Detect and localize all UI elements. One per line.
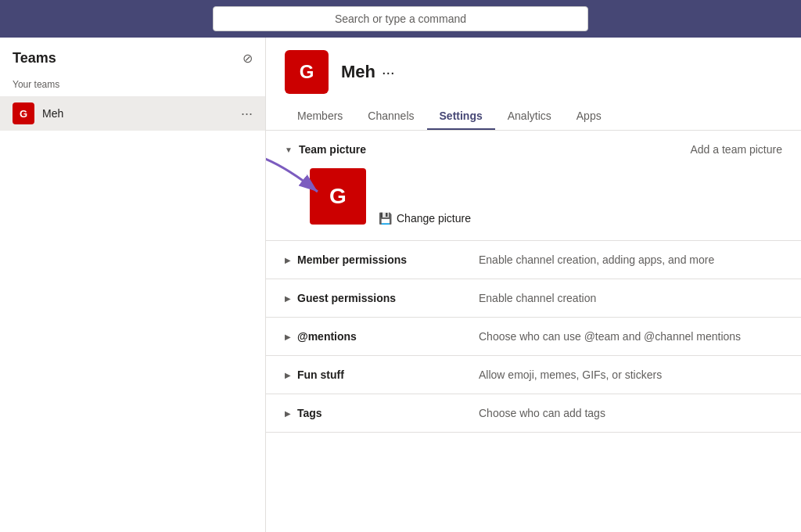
tags-desc: Choose who can add tags: [479, 407, 605, 419]
team-avatar-small: G: [13, 102, 34, 124]
tabs-bar: Members Channels Settings Analytics Apps: [285, 103, 782, 130]
fun-stuff-desc: Allow emoji, memes, GIFs, or stickers: [479, 368, 662, 381]
tab-settings[interactable]: Settings: [427, 103, 495, 130]
mentions-section[interactable]: ▶ @mentions Choose who can use @team and…: [266, 318, 801, 356]
guest-permissions-header[interactable]: ▶ Guest permissions Enable channel creat…: [285, 292, 782, 304]
team-more-icon[interactable]: ···: [241, 106, 253, 122]
chevron-right-icon-tags: ▶: [285, 409, 291, 418]
chevron-right-icon-fun: ▶: [285, 371, 291, 379]
chevron-right-icon-mentions: ▶: [285, 332, 291, 341]
team-name-label: Meh: [42, 107, 241, 120]
chevron-right-icon-member: ▶: [285, 256, 291, 264]
settings-content: ▼ Team picture Add a team picture G: [266, 131, 801, 532]
search-placeholder: Search or type a command: [335, 13, 466, 25]
mentions-desc: Choose who can use @team and @channel me…: [479, 330, 741, 343]
tab-channels[interactable]: Channels: [355, 103, 426, 130]
add-team-picture-label: Add a team picture: [690, 143, 782, 156]
team-header-more-icon[interactable]: ···: [382, 63, 395, 81]
top-bar: ✎ Search or type a command: [0, 0, 801, 38]
main-layout: Teams ⊘ Your teams G Meh ··· G Meh ··· M: [0, 38, 801, 532]
fun-stuff-title: Fun stuff: [297, 368, 454, 381]
sidebar-header: Teams ⊘: [0, 50, 265, 76]
chevron-right-icon-guest: ▶: [285, 294, 291, 303]
team-header-top: G Meh ···: [285, 50, 782, 94]
sidebar-title: Teams: [13, 50, 56, 66]
member-permissions-desc: Enable channel creation, adding apps, an…: [479, 253, 714, 266]
team-header-name: Meh: [341, 62, 375, 82]
sidebar: Teams ⊘ Your teams G Meh ···: [0, 38, 266, 532]
content-area: G Meh ··· Members Channels Settings Anal…: [266, 38, 801, 532]
tags-title: Tags: [297, 407, 454, 419]
your-teams-label: Your teams: [0, 76, 265, 96]
team-picture-preview: G: [310, 168, 366, 225]
sidebar-team-item[interactable]: G Meh ···: [0, 96, 265, 131]
tab-apps[interactable]: Apps: [564, 103, 614, 130]
mentions-header[interactable]: ▶ @mentions Choose who can use @team and…: [285, 330, 782, 343]
team-picture-body: G 💾 Change pictur: [310, 168, 782, 225]
tab-analytics[interactable]: Analytics: [495, 103, 564, 130]
member-permissions-section[interactable]: ▶ Member permissions Enable channel crea…: [266, 241, 801, 279]
filter-icon[interactable]: ⊘: [242, 51, 253, 66]
team-picture-header: ▼ Team picture Add a team picture: [285, 143, 782, 156]
team-picture-title: Team picture: [299, 143, 455, 156]
team-picture-section: ▼ Team picture Add a team picture G: [266, 131, 801, 241]
team-header: G Meh ··· Members Channels Settings Anal…: [266, 38, 801, 131]
team-header-avatar: G: [285, 50, 329, 94]
chevron-down-icon: ▼: [285, 146, 293, 154]
guest-permissions-desc: Enable channel creation: [479, 292, 596, 304]
tab-members[interactable]: Members: [285, 103, 355, 130]
compose-icon[interactable]: ✎: [250, 12, 260, 27]
member-permissions-title: Member permissions: [297, 253, 454, 266]
fun-stuff-section[interactable]: ▶ Fun stuff Allow emoji, memes, GIFs, or…: [266, 356, 801, 394]
change-picture-area: 💾 Change picture: [379, 168, 471, 225]
fun-stuff-header[interactable]: ▶ Fun stuff Allow emoji, memes, GIFs, or…: [285, 368, 782, 381]
change-picture-button[interactable]: 💾 Change picture: [379, 212, 471, 225]
upload-icon: 💾: [379, 212, 392, 225]
guest-permissions-title: Guest permissions: [297, 292, 454, 304]
guest-permissions-section[interactable]: ▶ Guest permissions Enable channel creat…: [266, 279, 801, 318]
search-bar[interactable]: Search or type a command: [213, 6, 588, 31]
change-picture-label: Change picture: [397, 212, 471, 225]
tags-section[interactable]: ▶ Tags Choose who can add tags: [266, 394, 801, 433]
member-permissions-header[interactable]: ▶ Member permissions Enable channel crea…: [285, 253, 782, 266]
tags-header[interactable]: ▶ Tags Choose who can add tags: [285, 407, 782, 419]
mentions-title: @mentions: [297, 330, 454, 343]
